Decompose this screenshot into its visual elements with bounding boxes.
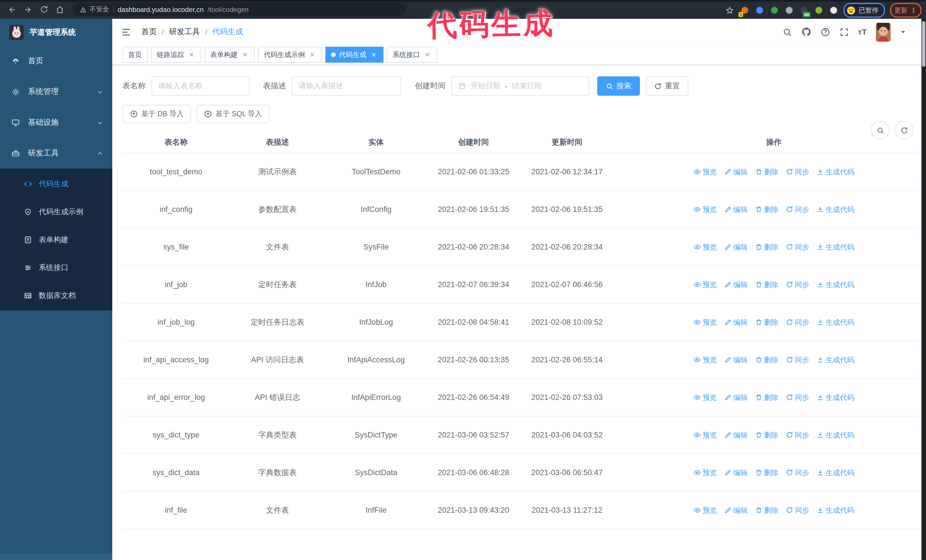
编辑-button[interactable]: 编辑	[724, 429, 747, 441]
预览-button[interactable]: 预览	[693, 429, 717, 441]
编辑-button[interactable]: 编辑	[724, 241, 747, 253]
close-icon[interactable]: ✕	[308, 51, 316, 59]
预览-button[interactable]: 预览	[693, 317, 717, 328]
avatar[interactable]	[876, 23, 891, 41]
ext-dark-square-icon[interactable]: on	[799, 5, 809, 15]
ext-grid-icon[interactable]	[784, 5, 794, 15]
同步-button[interactable]: 同步	[786, 504, 809, 516]
编辑-button[interactable]: 编辑	[724, 204, 747, 215]
生成代码-button[interactable]: 生成代码	[817, 166, 854, 177]
同步-button[interactable]: 同步	[786, 241, 809, 253]
security-chip[interactable]: 不安全	[80, 5, 109, 14]
同步-button[interactable]: 同步	[786, 166, 809, 177]
browser-back-icon[interactable]	[7, 4, 17, 15]
同步-button[interactable]: 同步	[786, 429, 809, 441]
编辑-button[interactable]: 编辑	[724, 279, 747, 290]
生成代码-button[interactable]: 生成代码	[817, 429, 854, 441]
删除-button[interactable]: 删除	[755, 279, 778, 290]
browser-forward-icon[interactable]	[23, 4, 33, 15]
browser-reload-icon[interactable]	[39, 4, 49, 15]
caret-down-icon[interactable]	[900, 29, 906, 35]
预览-button[interactable]: 预览	[693, 467, 717, 478]
hamburger-icon[interactable]	[121, 27, 131, 37]
browser-home-icon[interactable]	[55, 4, 65, 15]
import-sql-button[interactable]: 基于 SQL 导入	[197, 105, 269, 123]
同步-button[interactable]: 同步	[786, 354, 809, 365]
tab-链路追踪[interactable]: 链路追踪✕	[151, 47, 201, 63]
tab-首页[interactable]: 首页	[123, 47, 148, 63]
sidebar-subitem-代码生成示例[interactable]: 代码生成示例	[0, 198, 112, 226]
close-icon[interactable]: ✕	[188, 51, 195, 59]
生成代码-button[interactable]: 生成代码	[817, 241, 854, 253]
删除-button[interactable]: 删除	[755, 392, 778, 403]
app-logo[interactable]: 芋道管理系统	[0, 19, 112, 45]
删除-button[interactable]: 删除	[755, 354, 778, 365]
toggle-search-button[interactable]	[871, 121, 890, 140]
search-button[interactable]: 搜索	[597, 76, 640, 96]
编辑-button[interactable]: 编辑	[724, 504, 747, 516]
table-name-input[interactable]: 请输入表名称	[151, 76, 249, 96]
同步-button[interactable]: 同步	[786, 279, 809, 290]
browser-menu-icon[interactable]: ⋮	[910, 6, 917, 14]
table-desc-input[interactable]: 请输入表描述	[292, 76, 401, 96]
生成代码-button[interactable]: 生成代码	[817, 504, 854, 516]
sidebar-collapse-bar[interactable]	[0, 554, 112, 560]
tab-代码生成[interactable]: 代码生成✕	[325, 47, 383, 63]
同步-button[interactable]: 同步	[786, 204, 809, 215]
tab-代码生成示例[interactable]: 代码生成示例✕	[258, 47, 322, 63]
url-bar[interactable]: 不安全 dashboard.yudao.iocoder.cn/tool/code…	[73, 3, 406, 16]
tab-系统接口[interactable]: 系统接口✕	[387, 47, 437, 63]
ext-blue-gem-icon[interactable]	[755, 5, 764, 15]
删除-button[interactable]: 删除	[755, 317, 778, 328]
同步-button[interactable]: 同步	[786, 467, 809, 478]
refresh-table-button[interactable]	[895, 121, 914, 140]
编辑-button[interactable]: 编辑	[724, 317, 747, 328]
sidebar-item-4[interactable]: 研发工具	[0, 138, 112, 169]
删除-button[interactable]: 删除	[755, 241, 778, 253]
close-icon[interactable]: ✕	[424, 51, 431, 59]
预览-button[interactable]: 预览	[693, 504, 717, 516]
breadcrumb-home[interactable]: 首页	[141, 27, 157, 37]
同步-button[interactable]: 同步	[786, 317, 809, 328]
生成代码-button[interactable]: 生成代码	[817, 467, 854, 478]
sidebar-item-3[interactable]: 基础设施	[0, 107, 112, 138]
编辑-button[interactable]: 编辑	[724, 392, 747, 403]
编辑-button[interactable]: 编辑	[724, 467, 747, 478]
删除-button[interactable]: 删除	[755, 204, 778, 215]
sidebar-item-1[interactable]: 首页	[0, 45, 112, 76]
search-icon[interactable]	[782, 27, 792, 37]
删除-button[interactable]: 删除	[755, 429, 778, 441]
import-db-button[interactable]: 基于 DB 导入	[123, 105, 191, 123]
browser-update-button[interactable]: 更新 ⋮	[890, 3, 921, 18]
close-icon[interactable]: ✕	[241, 51, 249, 59]
预览-button[interactable]: 预览	[693, 354, 717, 365]
github-icon[interactable]	[801, 27, 811, 37]
date-range-picker[interactable]: 开始日期 - 结束日期	[451, 76, 589, 96]
生成代码-button[interactable]: 生成代码	[817, 279, 854, 290]
预览-button[interactable]: 预览	[693, 204, 717, 215]
ext-green-check-icon[interactable]	[769, 5, 779, 15]
sidebar-subitem-代码生成[interactable]: 代码生成	[0, 170, 112, 198]
sidebar-subitem-表单构建[interactable]: 表单构建	[0, 226, 112, 254]
删除-button[interactable]: 删除	[755, 504, 778, 516]
bookmark-star-icon[interactable]	[724, 5, 735, 15]
ext-green-bot-icon[interactable]	[814, 5, 823, 15]
生成代码-button[interactable]: 生成代码	[817, 204, 854, 215]
预览-button[interactable]: 预览	[693, 392, 717, 403]
编辑-button[interactable]: 编辑	[724, 354, 747, 365]
breadcrumb-devtools[interactable]: 研发工具	[169, 27, 200, 37]
scrollbar-thumb[interactable]	[922, 21, 925, 66]
tab-表单构建[interactable]: 表单构建✕	[204, 47, 255, 63]
生成代码-button[interactable]: 生成代码	[817, 354, 854, 365]
预览-button[interactable]: 预览	[693, 241, 717, 253]
同步-button[interactable]: 同步	[786, 392, 809, 403]
sidebar-item-2[interactable]: 系统管理	[0, 76, 112, 107]
ext-orange-circle-icon[interactable]: 1	[740, 5, 749, 15]
ext-puzzle-icon[interactable]	[829, 5, 838, 15]
编辑-button[interactable]: 编辑	[724, 166, 747, 177]
生成代码-button[interactable]: 生成代码	[817, 317, 854, 328]
scrollbar-track[interactable]	[921, 19, 926, 560]
生成代码-button[interactable]: 生成代码	[817, 392, 854, 403]
fullscreen-icon[interactable]	[839, 27, 849, 37]
font-size-icon[interactable]: ᴛT	[858, 27, 867, 36]
